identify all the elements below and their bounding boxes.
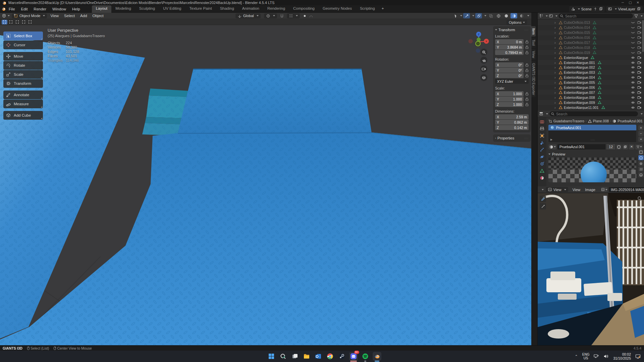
- unlink-material-button[interactable]: ✕: [629, 144, 634, 149]
- select-mode-extend[interactable]: [8, 20, 14, 24]
- outliner-row[interactable]: ›ExteriorAlargue.005: [538, 80, 644, 85]
- rotation-mode-dropdown[interactable]: XYZ Euler: [495, 79, 529, 84]
- tray-overflow-chevron[interactable]: ⌃: [575, 354, 578, 359]
- outliner-row[interactable]: ›CuboOrificio.016: [538, 35, 644, 40]
- outliner-item-name[interactable]: CuboOrificio.015: [564, 31, 590, 35]
- select-mode-set[interactable]: [2, 20, 7, 24]
- material-name-field[interactable]: PruebaAzul.001: [557, 144, 605, 149]
- scene-selector[interactable]: Scene: [569, 6, 605, 12]
- select-mode-intersect[interactable]: [27, 20, 33, 24]
- outliner-row[interactable]: ›ExteriorAlargue.008: [538, 95, 644, 100]
- add-workspace-button[interactable]: +: [379, 5, 387, 13]
- particles-properties-tab[interactable]: [540, 147, 544, 152]
- image-menu-view[interactable]: View: [570, 188, 583, 192]
- taskbar-discord-icon[interactable]: 9+: [349, 352, 358, 361]
- outliner-row[interactable]: ›CuboOrificio.013: [538, 20, 644, 25]
- properties-editor-icon[interactable]: [539, 112, 543, 116]
- outliner-item-name[interactable]: ExteriorAlargue.008: [564, 96, 595, 100]
- outliner-row[interactable]: ›CuboOrificio.018: [538, 45, 644, 50]
- pivot-point-dropdown[interactable]: [264, 13, 277, 18]
- snap-magnet-icon[interactable]: [280, 14, 284, 18]
- show-gizmo-toggle[interactable]: [463, 13, 470, 18]
- transform-orientation-dropdown[interactable]: Global: [235, 13, 261, 18]
- workspace-tab-sculpting[interactable]: Sculpting: [135, 5, 159, 13]
- taskbar-start-icon[interactable]: [267, 352, 276, 361]
- workspace-tab-shading[interactable]: Shading: [216, 5, 238, 13]
- outliner-row[interactable]: ›ExteriorAlargue.001: [538, 60, 644, 65]
- eye-open-icon[interactable]: [631, 71, 635, 74]
- outliner-row[interactable]: ›ExteriorAlargue.002: [538, 65, 644, 70]
- shading-material-preview-button[interactable]: [511, 13, 517, 18]
- n-panel-tab-item[interactable]: Item: [531, 26, 536, 37]
- lock-icon[interactable]: [524, 45, 529, 49]
- workspace-tab-geometry-nodes[interactable]: Geometry Nodes: [319, 5, 356, 13]
- camera-visibility-icon[interactable]: [637, 96, 641, 99]
- n-panel-tab-tool[interactable]: Tool: [531, 38, 536, 48]
- panel-grip[interactable]: ::::: [524, 28, 529, 32]
- camera-visibility-icon[interactable]: [637, 106, 641, 109]
- viewport-menu-select[interactable]: Select: [61, 14, 77, 18]
- scale-Z-field[interactable]: Z1.000: [495, 102, 524, 107]
- workspace-tab-layout[interactable]: Layout: [92, 5, 112, 13]
- expand-arrow-icon[interactable]: ›: [554, 51, 559, 55]
- menu-render[interactable]: Render: [31, 7, 49, 11]
- output-properties-tab[interactable]: [540, 126, 544, 131]
- modifier-properties-tab[interactable]: [540, 140, 544, 145]
- image-zoom-icon[interactable]: [636, 195, 643, 201]
- camera-visibility-icon[interactable]: [637, 51, 641, 54]
- eye-open-icon[interactable]: [631, 91, 635, 94]
- outliner-row[interactable]: ›CuboOrificio.014: [538, 25, 644, 30]
- eye-closed-icon[interactable]: [631, 41, 635, 44]
- expand-arrow-icon[interactable]: ›: [554, 90, 559, 95]
- outliner-row[interactable]: ›ExteriorAlargue.003: [538, 70, 644, 75]
- outliner-item-name[interactable]: ExteriorAlargue.003: [564, 70, 595, 74]
- eye-open-icon[interactable]: [631, 81, 635, 84]
- expand-arrow-icon[interactable]: ›: [554, 25, 559, 29]
- add-slot-button[interactable]: +: [638, 125, 644, 130]
- expand-arrow-icon[interactable]: ›: [554, 70, 559, 74]
- taskbar-task-view-icon[interactable]: [290, 352, 299, 361]
- outliner-item-name[interactable]: CuboOrificio.017: [564, 41, 590, 45]
- camera-visibility-icon[interactable]: [637, 36, 641, 39]
- eye-open-icon[interactable]: [631, 101, 635, 104]
- location-Y-field[interactable]: Y3.8684 m: [495, 45, 524, 50]
- workspace-tab-rendering[interactable]: Rendering: [263, 5, 289, 13]
- shading-rendered-button[interactable]: [518, 13, 525, 18]
- tool-scale[interactable]: Scale: [3, 70, 43, 79]
- scale-Y-field[interactable]: Y1.000: [495, 97, 524, 102]
- menu-help[interactable]: Help: [69, 7, 83, 11]
- taskbar-search-icon[interactable]: [279, 352, 287, 361]
- eye-open-icon[interactable]: [631, 61, 635, 64]
- view-layer-selector[interactable]: ViewLayer: [606, 6, 643, 12]
- camera-visibility-icon[interactable]: [637, 81, 641, 84]
- select-mode-invert[interactable]: [21, 20, 26, 24]
- expand-arrow-icon[interactable]: ›: [554, 80, 559, 84]
- annotate-line-tool-button[interactable]: [540, 203, 546, 209]
- object-data-properties-tab[interactable]: [540, 169, 544, 173]
- lock-icon[interactable]: [524, 63, 529, 67]
- workspace-tab-texture-paint[interactable]: Texture Paint: [185, 5, 216, 13]
- minimize-button[interactable]: ─: [622, 0, 624, 5]
- lock-icon[interactable]: [524, 74, 529, 77]
- camera-visibility-icon[interactable]: [637, 101, 641, 104]
- expand-arrow-icon[interactable]: ›: [554, 61, 559, 65]
- image-mode-dropdown[interactable]: View: [546, 187, 568, 192]
- tool-move[interactable]: Move: [3, 52, 43, 61]
- proportional-editing-icon[interactable]: [303, 14, 307, 18]
- tool-measure[interactable]: Measure: [3, 100, 43, 108]
- preview-hair-button[interactable]: [638, 167, 644, 172]
- breadcrumb-item[interactable]: Plane.008: [593, 119, 609, 123]
- tool-select-box[interactable]: Select Box: [3, 32, 43, 40]
- outliner-row[interactable]: ›CuboOrificio.015: [538, 30, 644, 35]
- zoom-view-button[interactable]: [480, 49, 487, 56]
- eye-closed-icon[interactable]: [631, 36, 635, 39]
- language-indicator[interactable]: ENGUS: [582, 353, 590, 360]
- eye-open-icon[interactable]: [631, 76, 635, 79]
- camera-visibility-icon[interactable]: [637, 41, 641, 44]
- taskbar-outlook-icon[interactable]: [314, 352, 323, 361]
- tool-cursor[interactable]: Cursor: [3, 41, 43, 49]
- copy-icon[interactable]: [637, 7, 641, 11]
- material-users-count[interactable]: 12: [606, 144, 615, 149]
- outliner-row[interactable]: ›ExteriorAlargue.006: [538, 85, 644, 90]
- volume-icon[interactable]: [603, 354, 609, 359]
